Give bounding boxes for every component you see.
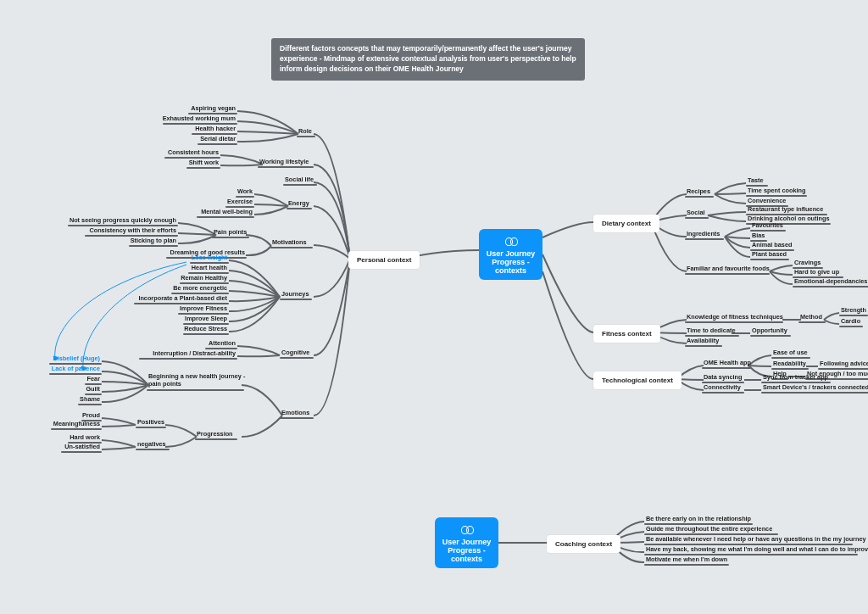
leaf[interactable]: Mental well-being [201, 208, 253, 216]
leaf[interactable]: Aspiring vegan [191, 104, 236, 113]
leaf[interactable]: Guide me throughout the entire experienc… [646, 525, 772, 533]
leaf[interactable]: Heart health [192, 264, 227, 272]
leaf[interactable]: Guilt [86, 385, 100, 394]
leaf[interactable]: Plant based [752, 250, 787, 259]
branch-motivations[interactable]: Motivations [272, 238, 307, 247]
leaf-disbelief[interactable]: Disbelief (Huge) [53, 354, 100, 363]
leaf[interactable]: Exercise [227, 198, 253, 206]
branch-positives[interactable]: Positives [137, 418, 164, 427]
leaf[interactable]: Meaningfulness [53, 420, 100, 428]
leaf[interactable]: Exhausted working mum [163, 114, 236, 123]
leaf[interactable]: Be more energetic [173, 284, 227, 293]
leaf[interactable]: Cardio [841, 317, 860, 326]
leaf[interactable]: Improve Fitness [180, 304, 227, 313]
leaf[interactable]: Animal based [752, 241, 792, 249]
leaf[interactable]: Un-satisfied [64, 443, 100, 451]
leaf[interactable]: Have my back, showing me what I'm doing … [646, 545, 868, 554]
leaf[interactable]: Following advice [820, 360, 868, 368]
leaf[interactable]: Incorporate a Plant-based diet [138, 294, 227, 303]
leaf[interactable]: Bias [752, 232, 765, 240]
ctx-technological[interactable]: Technological context [593, 371, 682, 389]
branch-journeys[interactable]: Journeys [281, 290, 309, 299]
branch-app[interactable]: OME Health app [704, 359, 751, 367]
leaf[interactable]: Hard work [70, 433, 100, 442]
center-node-main[interactable]: User Journey Progress - contexts [479, 229, 542, 280]
leaf[interactable]: Fear [87, 375, 100, 383]
leaf[interactable]: Ease of use [773, 349, 808, 357]
branch-ingredients[interactable]: Ingredients [687, 230, 720, 238]
leaf[interactable]: Availability [687, 337, 719, 345]
leaf[interactable]: Taste [748, 176, 764, 185]
leaf[interactable]: Time spent cooking [748, 187, 805, 195]
ctx-personal[interactable]: Personal context [348, 251, 420, 269]
ctx-fitness[interactable]: Fitness context [593, 325, 660, 343]
branch-energy[interactable]: Energy [288, 199, 309, 208]
leaf[interactable]: Attention [209, 339, 236, 348]
branch-cognitive[interactable]: Cognitive [281, 349, 309, 357]
leaf[interactable]: Work [237, 187, 253, 196]
leaf[interactable]: Serial dietar [200, 135, 236, 143]
leaf[interactable]: Favourites [752, 221, 783, 230]
leaf[interactable]: Time to dedicate [687, 327, 735, 335]
users-icon [459, 523, 475, 535]
branch-progression[interactable]: Progression [197, 430, 233, 438]
leaf[interactable]: Shame [80, 395, 100, 404]
leaf[interactable]: Consistent hours [168, 148, 219, 157]
branch-emotions[interactable]: Emotions [281, 409, 309, 417]
branch-opportunity[interactable]: Opportunity [752, 327, 787, 335]
leaf[interactable]: Smart Device's / trackers connected [763, 383, 868, 392]
center-node-label: User Journey Progress - contexts [442, 538, 492, 563]
leaf[interactable]: Proud [82, 411, 100, 420]
leaf[interactable]: Emotional-dependancies [794, 277, 867, 286]
leaf[interactable]: Consistency with their efforts [89, 226, 176, 235]
leaf[interactable]: Health hacker [195, 125, 236, 133]
leaf[interactable]: Interruption / Distract-ability [153, 349, 236, 358]
ctx-coaching[interactable]: Coaching context [547, 535, 620, 553]
leaf[interactable]: Strength [841, 306, 866, 315]
branch-sync[interactable]: Data syncing [704, 373, 742, 382]
leaf[interactable]: Readability [773, 360, 806, 368]
branch-negatives[interactable]: negatives [137, 440, 166, 449]
leaf-lose-weight[interactable]: Lose weight [192, 254, 227, 262]
leaf[interactable]: Sync from tracker app [763, 373, 828, 382]
branch-social-d[interactable]: Social [687, 209, 705, 217]
leaf[interactable]: Remain Healthy [181, 274, 227, 282]
leaf[interactable]: Sticking to plan [131, 237, 176, 245]
branch-familiar[interactable]: Familiar and favourite foods [687, 265, 770, 273]
leaf[interactable]: Shift work [189, 159, 219, 167]
leaf[interactable]: Improve Sleep [185, 315, 227, 323]
branch-working[interactable]: Working lifestyle [259, 158, 309, 166]
center-node-label: User Journey Progress - contexts [487, 249, 536, 275]
branch-method[interactable]: Method [800, 313, 822, 321]
branch-role[interactable]: Role [298, 127, 312, 136]
leaf[interactable]: Be available whenever I need help or hav… [646, 535, 866, 544]
ctx-dietary[interactable]: Dietary context [593, 215, 659, 232]
branch-recipes[interactable]: Recipes [687, 187, 710, 196]
users-icon [504, 235, 519, 247]
description-banner: Different factors concepts that may temp… [271, 38, 585, 81]
leaf[interactable]: Hard to give up [794, 268, 839, 276]
center-node-secondary[interactable]: User Journey Progress - contexts [435, 517, 498, 568]
leaf[interactable]: Cravings [794, 259, 821, 267]
branch-connectivity[interactable]: Connectivity [704, 383, 741, 392]
leaf[interactable]: Be there early on in the relationship [646, 515, 751, 523]
branch-beginning[interactable]: Beginning a new health journey - pain po… [148, 373, 245, 389]
leaf[interactable]: Motivate me when I'm down [646, 555, 727, 564]
branch-social[interactable]: Social life [285, 176, 314, 184]
branch-painpoints[interactable]: Pain points [214, 228, 247, 237]
leaf[interactable]: Convenience [748, 197, 786, 205]
leaf-lack-patience[interactable]: Lack of patience [52, 365, 100, 373]
leaf[interactable]: Reduce Stress [184, 325, 227, 333]
leaf[interactable]: Knowledge of fitness techniques [687, 313, 783, 321]
leaf[interactable]: Not seeing progress quickly enough [70, 216, 176, 225]
leaf[interactable]: Restaurant type influence [748, 205, 823, 214]
